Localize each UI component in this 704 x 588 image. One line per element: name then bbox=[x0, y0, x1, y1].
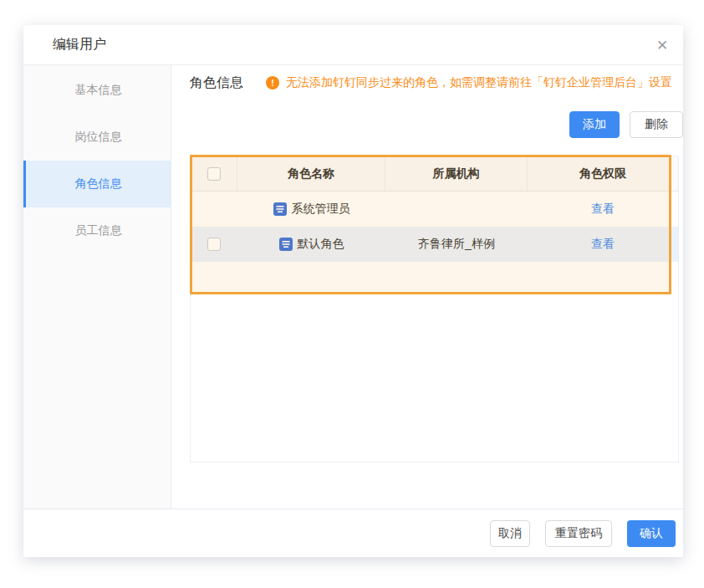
delete-button[interactable]: 删除 bbox=[630, 111, 683, 138]
select-all-checkbox[interactable] bbox=[207, 167, 221, 181]
sidebar-item-role-info[interactable]: 角色信息 bbox=[23, 161, 171, 207]
view-permission-link[interactable]: 查看 bbox=[591, 202, 615, 217]
sidebar-item-employee-info[interactable]: 员工信息 bbox=[23, 207, 171, 254]
permission-cell: 查看 bbox=[528, 227, 678, 262]
sidebar-item-label: 角色信息 bbox=[75, 176, 122, 192]
role-badge-icon bbox=[273, 202, 287, 216]
role-name: 系统管理员 bbox=[292, 202, 350, 217]
section-header: 角色信息 ! 无法添加钉钉同步过来的角色，如需调整请前往「钉钉企业管理后台」设置 bbox=[190, 74, 672, 92]
warning-icon: ! bbox=[266, 76, 279, 89]
column-header-organization: 所属机构 bbox=[385, 156, 528, 191]
dialog-header: 编辑用户 ✕ bbox=[23, 25, 683, 65]
sidebar-item-label: 基本信息 bbox=[75, 83, 122, 98]
table-toolbar: 添加 删除 bbox=[569, 111, 683, 138]
sidebar-item-label: 岗位信息 bbox=[75, 130, 122, 145]
section-title: 角色信息 bbox=[190, 74, 243, 92]
row-checkbox[interactable] bbox=[207, 238, 221, 251]
table-row[interactable]: 默认角色 齐鲁律所_样例 查看 bbox=[191, 227, 678, 262]
column-header-role-name: 角色名称 bbox=[237, 156, 385, 191]
sidebar-item-label: 员工信息 bbox=[75, 223, 122, 238]
dialog-body: 基本信息 岗位信息 角色信息 员工信息 角色信息 ! 无法添加钉钉同步过来的角色… bbox=[23, 65, 683, 509]
role-name-cell: 系统管理员 bbox=[237, 192, 385, 227]
dialog-title: 编辑用户 bbox=[53, 36, 106, 54]
sidebar-item-position-info[interactable]: 岗位信息 bbox=[23, 114, 171, 161]
main-content: 角色信息 ! 无法添加钉钉同步过来的角色，如需调整请前往「钉钉企业管理后台」设置… bbox=[171, 65, 683, 509]
role-name-cell: 默认角色 bbox=[237, 227, 385, 262]
edit-user-dialog: 编辑用户 ✕ 基本信息 岗位信息 角色信息 员工信息 角色信息 ! 无法添加钉钉… bbox=[23, 25, 683, 557]
add-button[interactable]: 添加 bbox=[569, 111, 620, 138]
view-permission-link[interactable]: 查看 bbox=[591, 237, 615, 252]
warning-text: 无法添加钉钉同步过来的角色，如需调整请前往「钉钉企业管理后台」设置 bbox=[286, 75, 672, 90]
column-header-role-permission: 角色权限 bbox=[528, 156, 678, 191]
cancel-button[interactable]: 取消 bbox=[490, 520, 530, 547]
organization-cell: 齐鲁律所_样例 bbox=[385, 227, 528, 262]
role-name: 默认角色 bbox=[298, 237, 344, 252]
warning-message: ! 无法添加钉钉同步过来的角色，如需调整请前往「钉钉企业管理后台」设置 bbox=[266, 75, 672, 90]
table-row[interactable]: 系统管理员 查看 bbox=[191, 192, 678, 227]
sidebar-item-basic-info[interactable]: 基本信息 bbox=[23, 67, 171, 114]
row-checkbox-cell bbox=[191, 192, 237, 227]
close-icon[interactable]: ✕ bbox=[652, 35, 672, 55]
confirm-button[interactable]: 确认 bbox=[627, 520, 676, 547]
dialog-footer: 取消 重置密码 确认 bbox=[23, 509, 683, 557]
role-badge-icon bbox=[279, 238, 293, 251]
header-checkbox-cell bbox=[191, 156, 237, 191]
sidebar: 基本信息 岗位信息 角色信息 员工信息 bbox=[23, 65, 171, 509]
reset-password-button[interactable]: 重置密码 bbox=[545, 520, 612, 547]
permission-cell: 查看 bbox=[528, 192, 678, 227]
organization-cell bbox=[385, 192, 528, 227]
roles-table: 角色名称 所属机构 角色权限 bbox=[190, 156, 679, 463]
row-checkbox-cell bbox=[191, 227, 237, 262]
table-header-row: 角色名称 所属机构 角色权限 bbox=[191, 156, 678, 192]
